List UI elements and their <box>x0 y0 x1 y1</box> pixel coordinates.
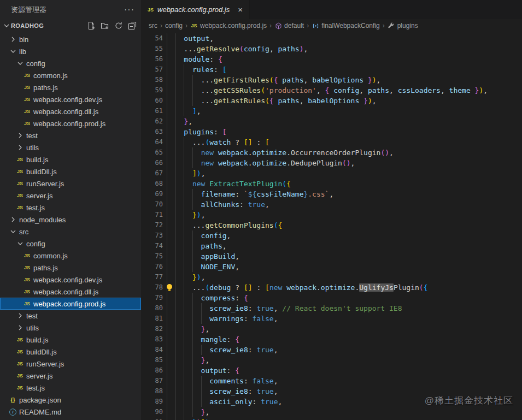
code-line-84[interactable]: 84 screw_ie8: true, <box>141 345 522 355</box>
chevron-down-icon <box>15 59 25 68</box>
tree-item-label: webpack.config.dev.js <box>33 276 102 284</box>
breadcrumb-item-config[interactable]: config <box>165 22 183 29</box>
code-line-73[interactable]: 73 config, <box>141 230 522 241</box>
code-line-79[interactable]: 79 compress: { <box>141 293 522 303</box>
new-file-icon[interactable] <box>87 21 96 30</box>
tree-item-server.js[interactable]: JSserver.js <box>0 370 141 382</box>
tree-item-build.js[interactable]: JSbuild.js <box>0 153 141 165</box>
code-line-82[interactable]: 82 }, <box>141 324 522 334</box>
code-line-60[interactable]: 60 ...getLastRules({ paths, babelOptions… <box>141 96 522 106</box>
lightbulb-icon[interactable] <box>167 284 172 289</box>
code-text: ascii_only: true, <box>167 397 282 407</box>
tree-item-lib[interactable]: lib <box>0 45 141 57</box>
code-line-77[interactable]: 77 }), <box>141 272 522 282</box>
tree-item-package.json[interactable]: {}package.json <box>0 394 141 406</box>
breadcrumb-item-finalWebpackConfig[interactable]: finalWebpackConfig <box>312 22 380 29</box>
tree-item-build.js[interactable]: JSbuild.js <box>0 334 141 346</box>
tree-item-paths.js[interactable]: JSpaths.js <box>0 262 141 274</box>
breadcrumb-separator: › <box>307 22 309 29</box>
code-text: ...(debug ? [] : [new webpack.optimize.U… <box>167 282 428 293</box>
tree-item-buildDll.js[interactable]: JSbuildDll.js <box>0 346 141 358</box>
line-number: 79 <box>141 293 163 303</box>
tree-item-src[interactable]: src <box>0 226 141 238</box>
tree-item-webpack.config.dll.js[interactable]: JSwebpack.config.dll.js <box>0 105 141 117</box>
code-line-90[interactable]: 90 }, <box>141 407 522 417</box>
tree-item-node_modules[interactable]: node_modules <box>0 214 141 226</box>
tree-item-config[interactable]: config <box>0 238 141 250</box>
code-line-57[interactable]: 57 rules: [ <box>141 64 522 75</box>
code-line-70[interactable]: 70 allChunks: true, <box>141 199 522 210</box>
code-line-80[interactable]: 80 screw_ie8: true, // React doesn't sup… <box>141 303 522 313</box>
code-line-65[interactable]: 65 new webpack.optimize.OccurrenceOrderP… <box>141 147 522 158</box>
code-line-71[interactable]: 71 }), <box>141 210 522 220</box>
chevron-down-icon <box>15 239 25 248</box>
close-icon[interactable]: × <box>238 5 243 14</box>
breadcrumb-item-default[interactable]: default <box>274 22 304 29</box>
tree-item-common.js[interactable]: JScommon.js <box>0 69 141 81</box>
code-line-54[interactable]: 54 output, <box>141 33 522 44</box>
tree-item-utils[interactable]: utils <box>0 322 141 334</box>
code-line-72[interactable]: 72 ...getCommonPlugins({ <box>141 220 522 230</box>
breadcrumb-item-webpack.config.prod.js[interactable]: JSwebpack.config.prod.js <box>190 22 267 29</box>
code-line-67[interactable]: 67 ]), <box>141 168 522 179</box>
code-line-56[interactable]: 56 module: { <box>141 54 522 64</box>
indent-guide <box>192 313 193 324</box>
breadcrumb-item-src[interactable]: src <box>149 22 157 29</box>
refresh-icon[interactable] <box>114 21 123 30</box>
breadcrumb-label: finalWebpackConfig <box>321 22 380 29</box>
tree-item-test.js[interactable]: JStest.js <box>0 382 141 394</box>
new-folder-icon[interactable] <box>101 21 109 30</box>
tree-item-webpack.config.prod.js[interactable]: JSwebpack.config.prod.js <box>0 117 141 129</box>
code-line-74[interactable]: 74 paths, <box>141 241 522 251</box>
tree-item-config[interactable]: config <box>0 57 141 69</box>
indent-guide <box>175 293 176 303</box>
tree-item-runServer.js[interactable]: JSrunServer.js <box>0 358 141 370</box>
code-line-62[interactable]: 62 }, <box>141 116 522 127</box>
collapse-all-icon[interactable] <box>128 21 137 30</box>
indent-guide <box>184 365 184 376</box>
tree-item-webpack.config.dev.js[interactable]: JSwebpack.config.dev.js <box>0 93 141 105</box>
tree-item-common.js[interactable]: JScommon.js <box>0 250 141 262</box>
code-line-87[interactable]: 87 comments: false, <box>141 376 522 386</box>
tree-item-server.js[interactable]: JSserver.js <box>0 190 141 202</box>
code-line-68[interactable]: 68 new ExtractTextPlugin({ <box>141 179 522 189</box>
tree-item-webpack.config.dev.js[interactable]: JSwebpack.config.dev.js <box>0 274 141 286</box>
code-line-75[interactable]: 75 appBuild, <box>141 251 522 262</box>
code-line-58[interactable]: 58 ...getFirstRules({ paths, babelOption… <box>141 75 522 85</box>
tree-item-runServer.js[interactable]: JSrunServer.js <box>0 178 141 190</box>
code-line-59[interactable]: 59 ...getCSSRules('production', { config… <box>141 85 522 96</box>
tree-item-test[interactable]: test <box>0 129 141 141</box>
code-line-64[interactable]: 64 ...(watch ? [] : [ <box>141 137 522 147</box>
tree-item-test.js[interactable]: JStest.js <box>0 202 141 214</box>
code-line-63[interactable]: 63 plugins: [ <box>141 127 522 137</box>
code-line-66[interactable]: 66 new webpack.optimize.DedupePlugin(), <box>141 158 522 168</box>
code-line-55[interactable]: 55 ...getResolve(config, paths), <box>141 44 522 54</box>
code-line-76[interactable]: 76 NODE_ENV, <box>141 262 522 272</box>
tree-item-paths.js[interactable]: JSpaths.js <box>0 81 141 93</box>
tree-item-webpack.config.dll.js[interactable]: JSwebpack.config.dll.js <box>0 286 141 298</box>
code-line-85[interactable]: 85 }, <box>141 355 522 365</box>
code-line-81[interactable]: 81 warnings: false, <box>141 313 522 324</box>
code-line-69[interactable]: 69 filename: `${cssFileName}.css`, <box>141 189 522 199</box>
code-line-78[interactable]: 78 ...(debug ? [] : [new webpack.optimiz… <box>141 282 522 293</box>
code-line-61[interactable]: 61 ], <box>141 106 522 116</box>
project-section-header[interactable]: ROADHOG <box>0 19 141 32</box>
tree-item-test[interactable]: test <box>0 310 141 322</box>
tab-webpack-config-prod[interactable]: JS webpack.config.prod.js × <box>141 0 250 19</box>
js-icon: JS <box>22 251 32 260</box>
tree-item-bin[interactable]: bin <box>0 33 141 45</box>
more-actions-icon[interactable]: ··· <box>124 7 134 13</box>
code-line-86[interactable]: 86 output: { <box>141 365 522 376</box>
indent-guide <box>192 293 193 303</box>
code-viewport[interactable]: 54 output,55 ...getResolve(config, paths… <box>141 32 522 420</box>
code-line-91[interactable]: 91 })]), <box>141 417 522 420</box>
breadcrumb-item-plugins[interactable]: plugins <box>388 22 418 29</box>
tree-item-webpack.config.prod.js[interactable]: JSwebpack.config.prod.js <box>0 298 141 310</box>
tree-item-README.md[interactable]: iREADME.md <box>0 406 141 418</box>
indent-guide <box>184 220 184 230</box>
indent-guide <box>192 345 193 355</box>
code-line-83[interactable]: 83 mangle: { <box>141 334 522 345</box>
tree-item-buildDll.js[interactable]: JSbuildDll.js <box>0 165 141 178</box>
line-number: 76 <box>141 262 163 272</box>
tree-item-utils[interactable]: utils <box>0 141 141 153</box>
